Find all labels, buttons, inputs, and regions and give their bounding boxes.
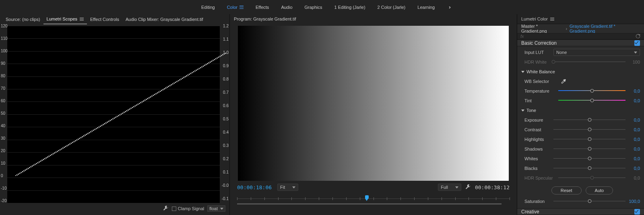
panel-menu-icon[interactable] [550,18,554,21]
workspace-graphics[interactable]: Graphics [299,0,328,14]
workspace-color[interactable]: Color [221,0,250,14]
temperature-slider[interactable] [558,88,625,94]
waveform-trace [15,53,226,176]
tint-row: Tint 0,0 [524,97,640,104]
zoom-fit-dropdown[interactable]: Fit [277,184,298,191]
contrast-slider[interactable] [553,127,625,132]
workspace-learning[interactable]: Learning [411,0,441,14]
clamp-signal-checkbox[interactable]: Clamp Signal [172,206,204,211]
scope-right-tick: 0.2 [223,157,229,161]
lumetri-body: Master * Gradient.png › Grayscale Gradie… [517,24,644,215]
left-panel-group: Source: (no clips) Lumetri Scopes Effect… [0,14,229,215]
eyedropper-icon[interactable] [561,79,566,84]
input-lut-value: None [556,50,567,55]
workspace-custom-1[interactable]: 1 Editing (Jarle) [328,0,372,14]
program-header: Program: Grayscale Gradient.tif [230,14,517,24]
workspace-bar: Editing Color Effects Audio Graphics 1 E… [0,0,644,14]
white-balance-subheader[interactable]: White Balance [521,68,640,75]
hdr-white-slider [553,59,625,65]
contrast-value[interactable]: 0,0 [628,127,640,132]
temperature-value[interactable]: 0,0 [628,89,640,93]
playhead[interactable] [365,195,369,201]
zoom-fit-value: Fit [280,185,285,190]
section-creative[interactable]: Creative [517,208,644,215]
workspace-custom-2[interactable]: 2 Color (Jarle) [372,0,412,14]
left-tab-row: Source: (no clips) Lumetri Scopes Effect… [0,14,229,24]
svg-line-0 [15,53,226,176]
input-lut-dropdown[interactable]: None [553,49,640,56]
scope-right-tick: 0.3 [223,143,229,148]
saturation-slider[interactable] [553,198,625,204]
basic-correction-body: Input LUT None HDR White 100 White Balan… [517,46,644,208]
blacks-slider[interactable] [553,165,625,171]
whites-value[interactable]: 0,0 [628,156,640,161]
clip-breadcrumb: Master * Gradient.png › Grayscale Gradie… [517,24,644,33]
blacks-row: Blacks0,0 [524,165,640,172]
reset-button[interactable]: Reset [551,186,582,194]
position-timecode[interactable]: 00:00:18:06 [237,184,272,190]
exposure-slider[interactable] [553,117,625,123]
workspace-editing[interactable]: Editing [195,0,221,14]
workspace-label: Audio [281,5,292,10]
tint-slider[interactable] [558,98,625,103]
tint-value[interactable]: 0,0 [628,98,640,103]
settings-wrench-icon[interactable] [465,184,471,190]
tab-effect-controls[interactable]: Effect Controls [87,14,122,24]
highlights-value[interactable]: 0,0 [628,137,640,142]
panel-menu-icon[interactable] [239,6,244,9]
master-clip-label[interactable]: Master * Gradient.png [521,24,563,33]
scope-left-tick: 50 [1,111,5,116]
workspace-overflow-icon[interactable]: ›› [449,4,449,10]
workspace-audio[interactable]: Audio [275,0,298,14]
scope-right-tick: -0.0 [222,183,229,188]
tone-subheader[interactable]: Tone [521,107,640,114]
tab-lumetri-scopes[interactable]: Lumetri Scopes [43,14,87,24]
clamp-signal-label: Clamp Signal [178,206,204,211]
workspace-label: Graphics [305,5,322,10]
whites-slider[interactable] [553,156,625,161]
resolution-dropdown[interactable]: Full [438,184,461,191]
scope-left-tick: 90 [1,61,5,66]
scope-left-tick: 20 [1,149,5,153]
exposure-value[interactable]: 0,0 [628,118,640,122]
settings-wrench-icon[interactable] [163,206,169,211]
resolution-value: Full [441,185,448,190]
reset-icon[interactable] [635,33,641,39]
section-basic-correction[interactable]: Basic Correction [517,39,644,46]
saturation-value[interactable]: 100,0 [628,199,640,204]
blacks-value[interactable]: 0,0 [628,166,640,171]
exposure-row: Exposure0,0 [524,116,640,124]
contrast-label: Contrast [524,127,551,132]
panel-menu-icon[interactable] [80,18,84,21]
workspace-effects[interactable]: Effects [250,0,275,14]
scope-right-tick: 0.4 [223,130,229,134]
chevron-right-icon: › [566,26,567,31]
auto-button[interactable]: Auto [586,186,613,194]
shadows-value[interactable]: 0,0 [628,147,640,151]
scope-right-tick: 0.6 [223,103,229,108]
scale-mode-dropdown[interactable]: float [207,205,225,212]
scope-right-tick: 0.8 [223,77,229,81]
scope-left-tick: 0 [1,174,3,178]
hdr-specular-row: HDR Specular0,0 [524,174,640,182]
section-toggle-checkbox[interactable] [634,209,640,215]
lumetri-color-panel: Lumetri Color Master * Gradient.png › Gr… [517,14,644,215]
auto-label: Auto [595,188,604,193]
highlights-slider[interactable] [553,136,625,142]
sequence-clip-label[interactable]: Grayscale Gradient.tif * Gradient.png [570,24,640,33]
video-frame[interactable] [238,26,509,181]
tab-audio-clip-mixer[interactable]: Audio Clip Mixer: Grayscale Gradient.tif [122,14,206,24]
tab-source[interactable]: Source: (no clips) [2,14,43,24]
shadows-row: Shadows0,0 [524,145,640,153]
timeline-ruler[interactable] [237,194,510,205]
shadows-slider[interactable] [553,146,625,152]
chevron-down-icon [455,186,458,188]
scope-right-tick: 0.7 [223,90,229,95]
monitor-canvas-wrapper [230,24,517,181]
section-label: Basic Correction [521,40,557,46]
tab-label: Source: (no clips) [6,17,40,22]
section-toggle-checkbox[interactable] [634,40,640,46]
highlights-label: Highlights [524,137,551,142]
hdr-white-label: HDR White [524,60,551,64]
fx-label: fx [520,34,524,39]
